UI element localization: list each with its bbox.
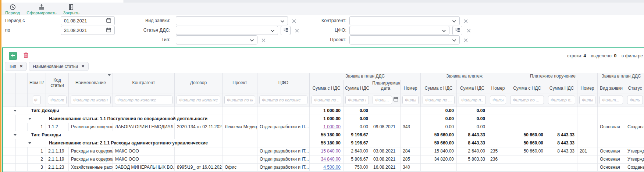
cell-plan_num	[401, 139, 421, 147]
chevron-down-icon	[452, 37, 456, 43]
cell-plan_nds: 0.00	[344, 123, 371, 131]
filter-input-pay-num[interactable]	[490, 96, 506, 104]
filter-input-po-nds[interactable]	[548, 96, 575, 104]
plan-sum-link[interactable]: 1 000.00	[323, 124, 341, 129]
cell-expander	[16, 123, 28, 131]
cell-pay_sum: 15 840.00	[421, 147, 457, 155]
header-po-num[interactable]: Номер	[577, 80, 598, 93]
header-pay-num[interactable]: Номер	[488, 80, 508, 93]
selected-count: 0	[614, 53, 616, 58]
dds-article-select[interactable]	[176, 26, 278, 35]
filter-input-name[interactable]	[71, 96, 111, 104]
filter-input-cfo[interactable]	[259, 96, 307, 104]
period-to-input[interactable]: 31.08.2021	[61, 26, 115, 35]
type-select[interactable]	[176, 35, 257, 44]
calendar-icon[interactable]	[393, 96, 399, 103]
header-pay-sum[interactable]: Сумма с НДС	[421, 80, 457, 93]
header-status[interactable]: Статус	[625, 80, 644, 93]
header-code[interactable]: Код статьи	[46, 73, 69, 93]
filter-input-plan-date[interactable]	[373, 96, 392, 104]
cell-pay_nds: 5 803.33	[457, 155, 488, 163]
filter-input-code[interactable]	[48, 96, 67, 104]
filter-input-contract[interactable]	[177, 96, 220, 104]
cell-code: 2.1.1.19	[46, 147, 69, 155]
filter-input-po-sum[interactable]	[510, 96, 544, 104]
header-name[interactable]: Наименование	[69, 73, 113, 93]
group-chip-article[interactable]: Наименование статьи ✕	[29, 62, 89, 71]
plan-sum-link[interactable]: 15 840.00	[321, 148, 341, 154]
filter-input-pay-nds[interactable]	[459, 96, 486, 104]
cell-project	[223, 139, 257, 147]
cell-po_num	[577, 107, 598, 115]
header-contract[interactable]: Договор	[175, 73, 223, 93]
collapse-arrow-icon[interactable]	[14, 134, 17, 136]
close-button-label: Закрыть	[63, 11, 79, 15]
cell-cfo: Отдел разработки и IT...	[257, 123, 310, 131]
filter-input-plan-nds[interactable]	[345, 96, 369, 104]
cell-po_num: 281	[577, 147, 598, 155]
plan-sum-link[interactable]: 34 840.00	[321, 157, 341, 162]
filter-input-po-num[interactable]	[579, 96, 595, 104]
group-header-payment-order: Платежное поручение	[508, 73, 598, 80]
header-cfo[interactable]: ЦФО	[257, 73, 310, 93]
period-from-input[interactable]: 01.08.2021	[61, 16, 115, 25]
cell-project	[223, 131, 257, 139]
cell-code: 2.1.1.19	[46, 155, 69, 163]
filter-input-pay-sum[interactable]	[423, 96, 455, 104]
filter-input-status[interactable]	[627, 96, 643, 104]
header-po-sum[interactable]: Сумма с НДС	[508, 80, 546, 93]
cell-pay_num	[488, 115, 508, 123]
generate-button[interactable]: Сформировать	[26, 3, 56, 15]
filter-input-project[interactable]	[224, 96, 255, 104]
add-row-button[interactable]	[9, 52, 17, 60]
calendar-icon[interactable]	[106, 18, 111, 24]
calendar-icon[interactable]	[106, 27, 111, 34]
filter-input-plan-sum[interactable]	[312, 96, 341, 104]
clear-request-kind-icon[interactable]	[291, 18, 297, 24]
delete-row-button[interactable]	[22, 52, 29, 60]
collapse-arrow-icon[interactable]	[28, 118, 31, 120]
clear-project-icon[interactable]	[463, 37, 469, 43]
header-plan-date[interactable]: Планируемая дата	[371, 80, 401, 93]
clear-type-icon[interactable]	[260, 37, 266, 43]
header-pay-nds[interactable]: Сумма НДС	[457, 80, 488, 93]
cell-po_sum	[508, 155, 546, 163]
plan-sum-link[interactable]: 4 500.00	[323, 165, 341, 170]
cell-po_nds: 8 443.33	[546, 147, 577, 155]
cell-pay_sum: 50 660.00	[421, 139, 457, 147]
header-req-kind[interactable]: Вид заявки	[598, 80, 625, 93]
filter-input-contragent[interactable]	[115, 96, 172, 104]
grid-stats: строки: 4 выделено: 0 в фильтре	[567, 53, 643, 58]
cell-po_num	[577, 163, 598, 171]
clear-contragent-icon[interactable]	[463, 18, 469, 24]
collapse-arrow-icon[interactable]	[28, 142, 31, 144]
close-button[interactable]: Закрыть	[63, 3, 79, 15]
clear-dds-article-icon[interactable]	[294, 28, 300, 33]
cfo-tree-button[interactable]	[452, 26, 462, 35]
request-kind-select[interactable]	[176, 16, 288, 25]
project-select[interactable]	[349, 35, 460, 44]
header-project[interactable]: Проект	[223, 73, 257, 93]
chip-close-icon[interactable]: ✕	[81, 64, 85, 69]
cell-project	[223, 147, 257, 155]
article-group-row: Наименование статьи: 1.1 Поступления по …	[3, 115, 644, 123]
filter-input-plan-num[interactable]	[402, 96, 419, 104]
active-tab[interactable]	[0, 0, 124, 3]
filter-input-num[interactable]	[33, 96, 41, 104]
header-contragent[interactable]: Контрагент	[113, 73, 175, 93]
filter-input-req-kind[interactable]	[599, 96, 623, 104]
cell-po_sum: 50 660.00	[508, 139, 546, 147]
header-po-nds[interactable]: Сумма НДС	[546, 80, 577, 93]
group-chip-type[interactable]: Тип ✕	[5, 62, 27, 71]
dds-article-tree-button[interactable]	[281, 26, 291, 35]
clear-cfo-icon[interactable]	[466, 28, 472, 33]
header-plan-num[interactable]: Номер	[401, 80, 421, 93]
header-plan-nds[interactable]: Сумма НДС	[344, 80, 371, 93]
header-plan-sum[interactable]: Сумма с НДС	[310, 80, 344, 93]
period-button[interactable]: Период	[5, 3, 20, 15]
collapse-arrow-icon[interactable]	[14, 110, 17, 112]
contragent-select[interactable]	[349, 16, 460, 25]
chip-close-icon[interactable]: ✕	[19, 64, 23, 69]
cfo-select[interactable]	[349, 26, 449, 35]
header-num[interactable]: Ном П/	[28, 73, 46, 93]
